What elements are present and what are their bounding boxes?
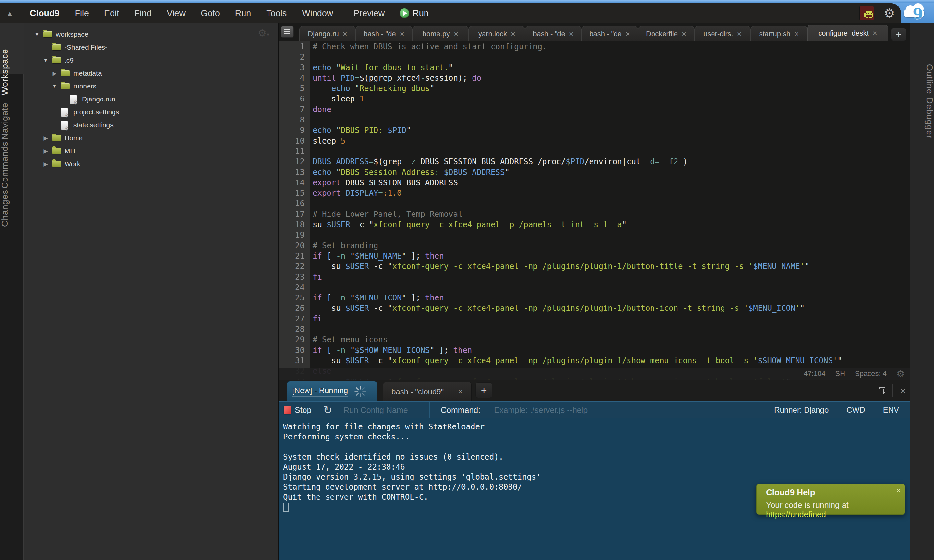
popup-close-icon[interactable]: ×	[896, 485, 901, 495]
close-tab-icon[interactable]: ×	[794, 29, 799, 38]
preferences-button[interactable]: ⚙	[881, 6, 898, 20]
folder-icon	[43, 31, 52, 37]
tree-item-metadata[interactable]: ▶metadata	[24, 67, 278, 80]
tree-item-label: state.settings	[73, 121, 114, 129]
editor-tab-configure-deskt[interactable]: configure_deskt×	[807, 25, 888, 42]
close-console-icon[interactable]: ×	[900, 385, 906, 396]
run-config-name-input[interactable]: Run Config Name	[344, 405, 421, 415]
code-line: # Hide Lower Panel, Temp Removal	[310, 209, 910, 219]
cloud9-ide-window: ▲ Cloud9FileEditFindViewGotoRunToolsWind…	[0, 0, 934, 560]
console-tab-running[interactable]: [New] - Running	[287, 381, 378, 401]
editor-tab-bash-de[interactable]: bash - "de×	[525, 26, 581, 42]
run-button[interactable]: Run	[399, 8, 429, 18]
maximize-console-icon[interactable]	[878, 387, 885, 394]
tab-label: bash - "de	[364, 30, 396, 38]
line-number: 22	[279, 261, 310, 272]
chevron-open-icon[interactable]: ▼	[51, 83, 59, 89]
menu-view[interactable]: View	[167, 8, 185, 18]
chevron-closed-icon[interactable]: ▶	[42, 148, 49, 155]
line-number: 18	[279, 219, 310, 230]
menu-file[interactable]: File	[75, 8, 89, 18]
tree-item-home[interactable]: ▶Home	[24, 132, 278, 145]
console-tab-bash-cloud9[interactable]: bash - "cloud9" ×	[383, 382, 472, 401]
add-console-tab-button[interactable]: +	[475, 382, 492, 398]
close-tab-icon[interactable]: ×	[626, 29, 630, 38]
tree-item-workspace[interactable]: ▼workspace	[24, 28, 278, 41]
close-tab-icon[interactable]: ×	[737, 29, 742, 38]
tab-label: home.py	[422, 30, 450, 38]
editor-tab-home-py[interactable]: home.py×	[412, 26, 469, 42]
menu-cloud9[interactable]: Cloud9	[30, 8, 60, 18]
editor-tab-user-dirs-[interactable]: user-dirs.×	[694, 26, 751, 42]
tree-item-work[interactable]: ▶Work	[24, 157, 278, 171]
close-tab-icon[interactable]: ×	[343, 29, 347, 38]
terminal-output[interactable]: Watching for file changes with StatReloa…	[279, 418, 910, 560]
menu-window[interactable]: Window	[302, 8, 333, 18]
toolbar-divider	[429, 402, 430, 418]
command-input[interactable]: Example: ./server.js --help	[494, 405, 774, 415]
runner-selector[interactable]: Runner: Django	[774, 405, 829, 414]
editor-tab-django-ru[interactable]: Django.ru×	[299, 26, 356, 42]
chevron-open-icon[interactable]: ▼	[33, 31, 41, 38]
editor-tab-bash-de[interactable]: bash - "de×	[356, 26, 412, 42]
tree-item-mh[interactable]: ▶MH	[24, 145, 278, 157]
stop-icon[interactable]	[284, 406, 291, 414]
code-content: # Check when DBUS is active and start co…	[310, 42, 910, 380]
env-button[interactable]: ENV	[883, 405, 899, 414]
close-tab-icon[interactable]: ×	[682, 29, 686, 38]
menu-tools[interactable]: Tools	[266, 8, 287, 18]
chevron-closed-icon[interactable]: ▶	[51, 70, 59, 77]
tab-label: bash - "de	[533, 30, 565, 38]
cwd-button[interactable]: CWD	[846, 405, 865, 414]
restart-icon[interactable]: ↻	[323, 403, 333, 417]
file-icon	[61, 121, 68, 130]
line-number: 25	[279, 292, 310, 303]
add-tab-button[interactable]: +	[891, 28, 906, 41]
editor-tab-bash-de[interactable]: bash - "de×	[581, 26, 638, 42]
tree-item-state-settings[interactable]: state.settings	[24, 118, 278, 132]
tree-item-runners[interactable]: ▼runners	[24, 80, 278, 93]
editor-tab-bar: Django.ru×bash - "de×home.py×yarn.lock×b…	[279, 23, 910, 42]
chevron-closed-icon[interactable]: ▶	[42, 161, 49, 168]
tree-item-label: -Shared Files-	[65, 43, 107, 51]
editor-tab-startup-sh[interactable]: startup.sh×	[751, 26, 807, 42]
running-url-link[interactable]: https://undefined	[766, 510, 826, 519]
tree-item-project-settings[interactable]: project.settings	[24, 106, 278, 118]
tree-item--c9[interactable]: ▼.c9	[24, 54, 278, 67]
code-editor[interactable]: 1234567891011121314151617181920212223242…	[279, 42, 910, 380]
stop-button[interactable]: Stop	[295, 405, 311, 415]
line-number: 2	[279, 52, 310, 62]
editor-tab-yarn-lock[interactable]: yarn.lock×	[469, 26, 525, 42]
close-tab-icon[interactable]: ×	[873, 29, 877, 38]
menu-edit[interactable]: Edit	[104, 8, 119, 18]
sidebar-tab-debugger[interactable]: Debugger	[910, 86, 934, 150]
chevron-open-icon[interactable]: ▼	[42, 57, 49, 63]
code-line	[310, 324, 910, 334]
tab-list-button[interactable]	[281, 26, 294, 38]
tree-item--shared-files-[interactable]: -Shared Files-	[24, 41, 278, 54]
tree-item-label: workspace	[56, 31, 88, 38]
spaces-setting[interactable]: Spaces: 4	[855, 369, 887, 378]
menu-find[interactable]: Find	[134, 8, 152, 18]
line-number: 21	[279, 251, 310, 261]
close-tab-icon[interactable]: ×	[458, 387, 463, 396]
menu-run[interactable]: Run	[235, 8, 251, 18]
print-margin-line	[712, 42, 712, 380]
menu-goto[interactable]: Goto	[201, 8, 220, 18]
close-tab-icon[interactable]: ×	[569, 29, 574, 38]
chevron-closed-icon[interactable]: ▶	[42, 135, 49, 142]
close-tab-icon[interactable]: ×	[511, 29, 515, 38]
close-tab-icon[interactable]: ×	[454, 29, 458, 38]
preview-menu[interactable]: Preview	[353, 8, 385, 18]
collapse-menubar-button[interactable]: ▲	[0, 3, 20, 23]
terminal-line: Django version 3.2.15, using settings 'g…	[283, 472, 910, 482]
syntax-mode[interactable]: SH	[835, 369, 845, 378]
editor-tab-dockerfile[interactable]: Dockerfile×	[638, 26, 694, 42]
tree-item-django-run[interactable]: Django.run	[24, 93, 278, 106]
line-number: 7	[279, 105, 310, 115]
close-tab-icon[interactable]: ×	[400, 29, 404, 38]
editor-settings-gear-icon[interactable]: ⚙	[896, 368, 905, 379]
command-label: Command:	[441, 405, 480, 415]
sidebar-tab-changes[interactable]: Changes	[0, 179, 24, 237]
report-bug-button[interactable]	[859, 6, 874, 20]
